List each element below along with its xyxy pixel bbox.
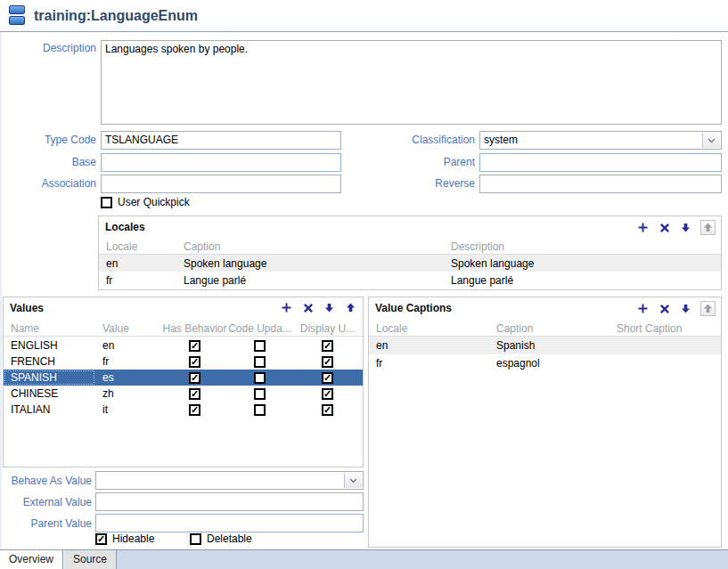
value-captions-panel: Value Captions Locale Caption Short Capt… (368, 297, 722, 548)
cell: fr (369, 354, 489, 372)
checkbox[interactable]: ✓ (322, 356, 333, 368)
table-row[interactable]: enSpanish (369, 337, 721, 354)
column-header[interactable]: Value (95, 321, 162, 336)
cell: Langue parlé (444, 272, 721, 289)
description-input[interactable]: Languages spoken by people. (101, 40, 722, 125)
chevron-down-icon[interactable] (702, 133, 720, 148)
checkbox[interactable]: ✓ (189, 404, 200, 416)
column-header[interactable]: Has Behavior (162, 321, 227, 336)
checkbox-cell: ✓ (292, 354, 363, 370)
checkbox-cell (227, 337, 292, 354)
classification-select[interactable]: system (479, 131, 722, 150)
checkbox[interactable]: ✓ (322, 372, 333, 384)
parent-value-input[interactable] (95, 514, 364, 532)
column-header[interactable]: Name (4, 321, 95, 336)
reverse-label: Reverse (377, 177, 475, 190)
delete-icon[interactable] (658, 302, 671, 315)
table-row[interactable]: frespagnol (369, 354, 721, 372)
form-header: training:LanguageEnum (0, 0, 728, 32)
checkbox[interactable]: ✓ (322, 388, 333, 400)
delete-icon[interactable] (658, 221, 671, 234)
checkbox-cell (227, 370, 292, 386)
add-icon[interactable] (636, 221, 650, 234)
checkbox[interactable] (254, 388, 266, 400)
add-icon[interactable] (280, 301, 293, 314)
reverse-input[interactable] (479, 175, 722, 193)
value-code-cell: it (95, 402, 162, 418)
table-row[interactable]: SPANISHes✓✓ (4, 370, 363, 386)
move-up-icon-disabled[interactable] (700, 220, 716, 235)
table-row[interactable]: frLangue parléLangue parlé (99, 272, 721, 289)
checkbox-cell: ✓ (162, 337, 227, 354)
user-quickpick-label: User Quickpick (118, 196, 190, 208)
parent-value-label: Parent Value (0, 517, 92, 530)
user-quickpick-checkbox[interactable] (101, 197, 112, 208)
hideable-label: Hideable (112, 532, 154, 545)
checkbox-cell: ✓ (292, 386, 363, 402)
external-value-input[interactable] (95, 492, 364, 511)
type-code-label: Type Code (0, 134, 96, 146)
parent-input[interactable] (479, 153, 722, 172)
page-title: training:LanguageEnum (34, 8, 198, 24)
checkbox-cell: ✓ (162, 370, 227, 386)
type-code-input[interactable]: TSLANGUAGE (101, 131, 341, 150)
move-down-icon[interactable] (323, 301, 336, 314)
add-icon[interactable] (636, 302, 650, 315)
move-down-icon[interactable] (679, 221, 692, 234)
cell: Langue parlé (176, 272, 444, 289)
form-left-edge (0, 32, 2, 549)
table-row[interactable]: enSpoken languageSpoken language (99, 255, 721, 272)
column-header[interactable]: Short Caption (609, 321, 721, 336)
checkbox[interactable] (254, 404, 266, 416)
behave-as-value-select[interactable] (95, 471, 364, 490)
value-code-cell: zh (95, 386, 162, 402)
delete-icon[interactable] (301, 301, 315, 314)
values-panel: Values Name Value Has Behavior Code Upda… (3, 297, 364, 467)
checkbox[interactable] (254, 340, 266, 352)
captions-rows: enSpanishfrespagnol (369, 337, 721, 372)
checkbox[interactable]: ✓ (189, 356, 200, 368)
base-input[interactable] (101, 153, 341, 172)
checkbox[interactable]: ✓ (322, 404, 333, 416)
checkbox-cell: ✓ (162, 354, 227, 370)
move-down-icon[interactable] (679, 302, 692, 315)
checkbox-cell: ✓ (162, 386, 227, 402)
checkbox[interactable]: ✓ (189, 340, 200, 352)
values-toolbar (280, 301, 357, 314)
table-row[interactable]: CHINESEzh✓✓ (4, 386, 363, 402)
value-name-cell: SPANISH (4, 370, 95, 386)
values-rows: ENGLISHen✓✓FRENCHfr✓✓SPANISHes✓✓CHINESEz… (4, 337, 363, 418)
checkbox[interactable]: ✓ (322, 340, 333, 352)
tab-overview[interactable]: Overview (0, 550, 63, 569)
checkbox[interactable]: ✓ (189, 388, 200, 400)
checkbox[interactable]: ✓ (189, 372, 200, 384)
checkbox-cell (227, 354, 292, 370)
move-up-icon-disabled[interactable] (700, 301, 716, 316)
association-input[interactable] (101, 175, 341, 193)
move-up-icon[interactable] (344, 301, 357, 314)
value-name-cell: ENGLISH (4, 337, 95, 354)
checkbox[interactable] (254, 372, 266, 384)
column-header[interactable]: Display U... (292, 321, 363, 336)
deletable-checkbox[interactable] (190, 533, 201, 545)
column-header[interactable]: Locale (99, 240, 176, 254)
column-header[interactable]: Code Upda... (227, 321, 292, 336)
chevron-down-icon[interactable] (344, 473, 362, 488)
checkbox[interactable] (254, 356, 266, 368)
column-header[interactable]: Locale (369, 321, 489, 336)
enum-editor-window: training:LanguageEnum Description Langua… (0, 0, 728, 569)
cell: fr (99, 272, 176, 289)
checkbox-cell: ✓ (292, 402, 363, 418)
tab-source[interactable]: Source (63, 550, 117, 569)
column-header[interactable]: Description (444, 240, 721, 254)
table-row[interactable]: ENGLISHen✓✓ (4, 337, 363, 354)
cell (609, 337, 721, 354)
table-row[interactable]: ITALIANit✓✓ (4, 402, 363, 418)
hideable-checkbox[interactable]: ✓ (95, 533, 107, 545)
locales-title: Locales (105, 221, 145, 233)
column-header[interactable]: Caption (176, 240, 444, 254)
column-header[interactable]: Caption (489, 321, 609, 336)
table-row[interactable]: FRENCHfr✓✓ (4, 354, 363, 370)
classification-label: Classification (377, 134, 475, 146)
values-title: Values (10, 302, 44, 314)
